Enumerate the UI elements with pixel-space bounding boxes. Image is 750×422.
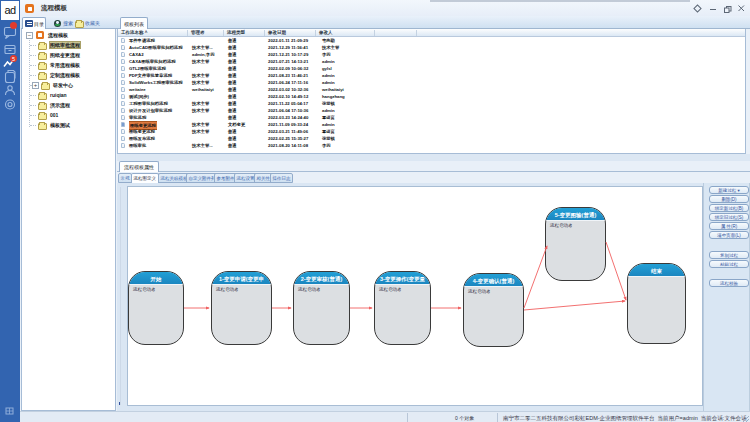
svg-text:5: 5 [12,56,15,62]
